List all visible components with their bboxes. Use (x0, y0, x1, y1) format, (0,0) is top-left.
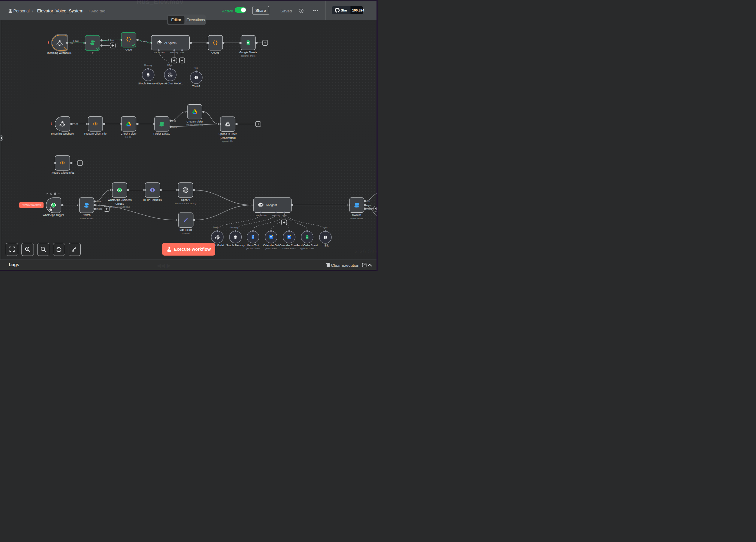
svg-text:Tool: Tool (194, 67, 198, 69)
svg-text:text: text (367, 200, 370, 203)
svg-text:Tool: Tool (282, 214, 286, 217)
svg-text:voice: voice (367, 204, 372, 207)
svg-text:AI Agent1: AI Agent1 (165, 41, 177, 44)
svg-text:create: event: create: event (282, 247, 296, 250)
svg-text:WhatsApp Business: WhatsApp Business (108, 198, 132, 201)
svg-text:manual: manual (182, 232, 190, 235)
svg-text:Chat Model*: Chat Model* (255, 214, 267, 217)
svg-text:POST: POST (72, 123, 78, 126)
svg-text:getAll: event: getAll: event (265, 247, 278, 250)
svg-text:false: false (172, 126, 177, 128)
svg-text:mode: Rules: mode: Rules (80, 217, 93, 220)
svg-text:Think: Think (322, 244, 329, 247)
svg-text:Think1: Think1 (192, 85, 200, 88)
svg-text:Code1: Code1 (211, 51, 219, 54)
svg-text:Folder Exists?: Folder Exists? (153, 132, 170, 135)
svg-text:Memory: Memory (230, 226, 239, 229)
svg-text:Switch: Switch (83, 214, 91, 217)
svg-text:false: false (103, 44, 108, 47)
svg-text:true: true (103, 39, 107, 42)
svg-text:Incoming Webhook: Incoming Webhook (51, 132, 74, 135)
svg-text:Google Sheets: Google Sheets (239, 51, 257, 54)
svg-text:OpenAI Chat Model1: OpenAI Chat Model1 (158, 82, 183, 85)
svg-text:Memory: Memory (272, 214, 280, 217)
svg-text:1 item: 1 item (141, 40, 147, 43)
svg-text:Tool: Tool (323, 226, 327, 229)
svg-text:voice: voice (96, 200, 101, 203)
svg-text:createFolder: file: createFolder: file (186, 123, 203, 126)
svg-text:Memory: Memory (144, 64, 152, 67)
svg-text:Calendar Create: Calendar Create (279, 244, 299, 247)
svg-text:Incoming Webhook1: Incoming Webhook1 (47, 51, 71, 54)
svg-text:Switch1: Switch1 (352, 214, 362, 217)
svg-text:If: If (92, 51, 93, 54)
svg-text:image: image (96, 207, 102, 210)
svg-text:Simple Memory: Simple Memory (226, 244, 245, 247)
svg-text:OpenAI: OpenAI (181, 198, 190, 201)
svg-text:list: file: list: file (125, 136, 132, 139)
svg-text:get: document: get: document (246, 247, 260, 250)
svg-text:Model: Model (167, 64, 173, 67)
svg-text:Upload to Drive: Upload to Drive (219, 132, 237, 135)
svg-text:upload: file: upload: file (222, 140, 233, 142)
svg-text:Check Folder: Check Folder (121, 132, 136, 135)
svg-text:Chat Model*: Chat Model* (153, 51, 165, 54)
svg-text:image: image (367, 207, 373, 210)
svg-text:Calendar Get: Calendar Get (263, 244, 279, 247)
svg-text:Code: Code (125, 48, 132, 51)
svg-text:Edit Fields: Edit Fields (180, 228, 192, 231)
svg-text:Tool: Tool (180, 51, 184, 54)
svg-text:(Deactivated): (Deactivated) (220, 136, 236, 139)
svg-text:HTTP Request1: HTTP Request1 (143, 198, 162, 201)
svg-text:1 item: 1 item (108, 39, 114, 41)
svg-text:mode: Rules: mode: Rules (350, 217, 363, 220)
svg-text:Prepare Client Info: Prepare Client Info (84, 132, 106, 135)
svg-text:Create Folder: Create Folder (187, 120, 203, 123)
svg-text:append: sheet: append: sheet (300, 247, 314, 250)
svg-text:text: text (96, 204, 100, 207)
svg-text:Memory: Memory (170, 51, 178, 54)
svg-text:true: true (172, 119, 176, 122)
svg-text:Simple Memory1: Simple Memory1 (138, 82, 158, 85)
svg-text:Model: Model (213, 226, 220, 229)
svg-text:Prepare Client Info1: Prepare Client Info1 (51, 171, 74, 174)
svg-text:AI Agent: AI Agent (266, 203, 277, 207)
svg-text:Cloud1: Cloud1 (116, 202, 124, 205)
svg-text:Menu Tool: Menu Tool (247, 244, 259, 247)
svg-text:1 item: 1 item (73, 40, 79, 42)
svg-text:Transcribe Recording: Transcribe Recording (175, 202, 196, 205)
svg-text:WhatsApp Trigger: WhatsApp Trigger (43, 214, 64, 217)
svg-text:append: sheet: append: sheet (241, 54, 256, 57)
svg-text:Food Order Sheet: Food Order Sheet (296, 244, 318, 247)
svg-text:media: mediaUrlGet: media: mediaUrlGet (109, 206, 130, 208)
